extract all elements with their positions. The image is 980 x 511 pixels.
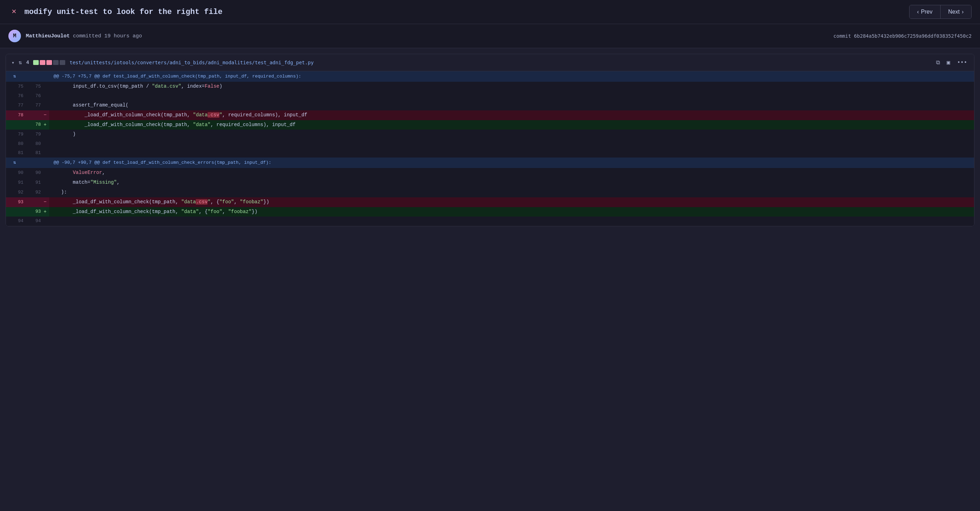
line-content: _load_df_with_column_check(tmp_path, "da… bbox=[49, 207, 974, 217]
expand-icon[interactable]: ⇅ bbox=[19, 59, 22, 66]
line-marker bbox=[41, 188, 49, 197]
line-num-new: 94 bbox=[23, 217, 41, 226]
file-header: ▾ ⇅ 4 test/unittests/iotools/converters/… bbox=[6, 54, 974, 71]
line-num-old: 91 bbox=[6, 178, 23, 188]
table-row: 92 92 ): bbox=[6, 188, 974, 197]
hunk-header-2: ⇅ @@ -90,7 +90,7 @@ def test_load_df_wit… bbox=[6, 158, 974, 168]
hunk-expand-icon-2[interactable]: ⇅ bbox=[6, 158, 23, 168]
table-row: 93 + _load_df_with_column_check(tmp_path… bbox=[6, 207, 974, 217]
commit-meta: MatthieuJoulot committed 19 hours ago bbox=[26, 33, 142, 39]
table-row: 93 − _load_df_with_column_check(tmp_path… bbox=[6, 197, 974, 207]
comment-button[interactable]: ▣ bbox=[945, 57, 952, 67]
line-content: ) bbox=[49, 129, 974, 139]
copy-path-button[interactable]: ⧉ bbox=[935, 58, 941, 67]
prev-button[interactable]: ‹ Prev bbox=[910, 5, 940, 19]
line-num-new: 90 bbox=[23, 168, 41, 178]
page-title: modify unit-test to look for the right f… bbox=[24, 8, 223, 16]
stat-blocks bbox=[33, 60, 65, 65]
hunk-header-text-1: @@ -75,7 +75,7 @@ def test_load_df_with_… bbox=[49, 71, 974, 82]
commit-left: M MatthieuJoulot committed 19 hours ago bbox=[8, 30, 142, 42]
table-row: 78 − _load_df_with_column_check(tmp_path… bbox=[6, 110, 974, 120]
file-path: test/unittests/iotools/converters/adni_t… bbox=[69, 60, 313, 65]
close-icon: ✕ bbox=[11, 8, 16, 16]
close-button[interactable]: ✕ bbox=[8, 6, 19, 18]
prev-label: Prev bbox=[921, 9, 932, 15]
next-button[interactable]: Next › bbox=[940, 5, 971, 19]
table-row: 80 80 bbox=[6, 139, 974, 149]
line-content: _load_df_with_column_check(tmp_path, "da… bbox=[49, 197, 974, 207]
more-options-button[interactable]: ••• bbox=[956, 58, 969, 67]
table-row: 78 + _load_df_with_column_check(tmp_path… bbox=[6, 120, 974, 130]
stat-block-green-1 bbox=[33, 60, 39, 65]
commit-time-text: committed 19 hours ago bbox=[73, 33, 142, 39]
commit-bar: M MatthieuJoulot committed 19 hours ago … bbox=[0, 24, 980, 48]
line-content bbox=[49, 91, 974, 101]
line-marker bbox=[41, 101, 49, 110]
line-num-old: 76 bbox=[6, 91, 23, 101]
line-marker bbox=[41, 168, 49, 178]
table-row: 94 94 bbox=[6, 217, 974, 226]
line-content: ValueError, bbox=[49, 168, 974, 178]
line-num-new: 91 bbox=[23, 178, 41, 188]
line-num-new: 92 bbox=[23, 188, 41, 197]
line-marker: − bbox=[41, 197, 49, 207]
line-num-new bbox=[23, 110, 41, 120]
table-row: 91 91 match="Missing", bbox=[6, 178, 974, 188]
line-content bbox=[49, 217, 974, 226]
line-content: ): bbox=[49, 188, 974, 197]
line-content: _load_df_with_column_check(tmp_path, "da… bbox=[49, 110, 974, 120]
stat-block-gray-2 bbox=[60, 60, 65, 65]
table-row: 76 76 bbox=[6, 91, 974, 101]
line-num-new: 81 bbox=[23, 149, 41, 158]
line-num-new: 78 bbox=[23, 120, 41, 130]
stat-block-gray-1 bbox=[53, 60, 59, 65]
line-content: input_df.to_csv(tmp_path / "data.csv", i… bbox=[49, 82, 974, 91]
commit-hash-label: commit bbox=[834, 33, 851, 39]
table-row: 90 90 ValueError, bbox=[6, 168, 974, 178]
diff-table: ⇅ @@ -75,7 +75,7 @@ def test_load_df_wit… bbox=[6, 71, 974, 226]
line-marker bbox=[41, 139, 49, 149]
hunk-header-line-num-1 bbox=[23, 71, 41, 82]
line-num-old: 93 bbox=[6, 197, 23, 207]
collapse-button[interactable]: ▾ bbox=[11, 60, 14, 65]
diff-container: ▾ ⇅ 4 test/unittests/iotools/converters/… bbox=[6, 54, 974, 226]
line-content bbox=[49, 139, 974, 149]
line-num-new: 93 bbox=[23, 207, 41, 217]
line-num-new: 76 bbox=[23, 91, 41, 101]
line-num-old: 81 bbox=[6, 149, 23, 158]
line-content: _load_df_with_column_check(tmp_path, "da… bbox=[49, 120, 974, 130]
line-num-old: 92 bbox=[6, 188, 23, 197]
navigation-buttons: ‹ Prev Next › bbox=[909, 5, 972, 19]
commit-hash-value: 6b284a5b7432eb906c7259a96ddf038352f450c2 bbox=[854, 33, 972, 39]
line-marker: − bbox=[41, 110, 49, 120]
table-row: 77 77 assert_frame_equal( bbox=[6, 101, 974, 110]
hunk-header-1: ⇅ @@ -75,7 +75,7 @@ def test_load_df_wit… bbox=[6, 71, 974, 82]
line-num-old: 94 bbox=[6, 217, 23, 226]
hunk-header-line-num-2 bbox=[23, 158, 41, 168]
commit-hash: commit 6b284a5b7432eb906c7259a96ddf03835… bbox=[834, 33, 972, 39]
file-header-right: ⧉ ▣ ••• bbox=[935, 57, 969, 67]
line-marker bbox=[41, 149, 49, 158]
header-left: ✕ modify unit-test to look for the right… bbox=[8, 6, 223, 18]
line-content: assert_frame_equal( bbox=[49, 101, 974, 110]
next-label: Next bbox=[948, 9, 960, 15]
line-num-old: 78 bbox=[6, 110, 23, 120]
hunk-header-marker-1 bbox=[41, 71, 49, 82]
line-num-old bbox=[6, 120, 23, 130]
diff-stat-count: 4 bbox=[26, 60, 29, 65]
hunk-expand-icon-1[interactable]: ⇅ bbox=[6, 71, 23, 82]
table-row: 81 81 bbox=[6, 149, 974, 158]
line-num-old: 80 bbox=[6, 139, 23, 149]
line-content bbox=[49, 149, 974, 158]
line-marker bbox=[41, 178, 49, 188]
line-num-new: 77 bbox=[23, 101, 41, 110]
line-marker: + bbox=[41, 120, 49, 130]
stat-block-red-2 bbox=[46, 60, 52, 65]
line-marker bbox=[41, 91, 49, 101]
page-header: ✕ modify unit-test to look for the right… bbox=[0, 0, 980, 24]
line-num-new: 75 bbox=[23, 82, 41, 91]
line-num-old: 75 bbox=[6, 82, 23, 91]
line-num-new: 80 bbox=[23, 139, 41, 149]
hunk-header-text-2: @@ -90,7 +90,7 @@ def test_load_df_with_… bbox=[49, 158, 974, 168]
line-num-new: 79 bbox=[23, 129, 41, 139]
